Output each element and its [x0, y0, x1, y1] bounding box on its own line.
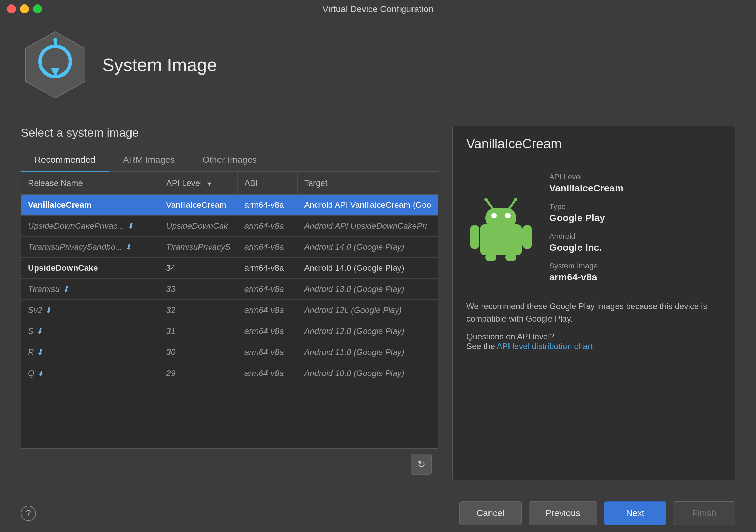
cell-api-level: 32 [159, 300, 237, 321]
cell-release-name: VanillaIceCream [21, 195, 159, 216]
cell-api-level: TiramisuPrivacyS [159, 237, 237, 258]
svg-rect-13 [470, 225, 479, 249]
system-image-table: Release Name API Level ▼ ABI Target [21, 172, 438, 448]
col-header-target: Target [297, 172, 438, 195]
table-row[interactable]: UpsideDownCake34arm64-v8aAndroid 14.0 (G… [21, 258, 438, 279]
type-value: Google Play [549, 213, 623, 224]
svg-rect-15 [485, 254, 496, 261]
cell-api-level: 30 [159, 342, 237, 363]
download-icon[interactable]: ⬇ [37, 369, 43, 378]
cell-api-level: UpsideDownCak [159, 216, 237, 237]
cell-abi: arm64-v8a [238, 321, 297, 342]
col-header-api-level[interactable]: API Level ▼ [159, 172, 237, 195]
cell-target: Android 11.0 (Google Play) [297, 342, 438, 363]
right-panel-header: VanillaIceCream [453, 126, 735, 162]
info-api-level: API Level VanillaIceCream [549, 173, 623, 194]
cell-target: Android 12.0 (Google Play) [297, 321, 438, 342]
table-row[interactable]: TiramisuPrivacySandbo...⬇TiramisuPrivacy… [21, 237, 438, 258]
svg-point-7 [491, 213, 497, 218]
cell-abi: arm64-v8a [238, 363, 297, 384]
right-panel-body: API Level VanillaIceCream Type Google Pl… [453, 162, 735, 480]
cell-abi: arm64-v8a [238, 195, 297, 216]
cell-api-level: 31 [159, 321, 237, 342]
cell-target: Android 14.0 (Google Play) [297, 258, 438, 279]
info-system-image: System Image arm64-v8a [549, 262, 623, 283]
cell-release-name: S⬇ [21, 321, 159, 342]
svg-line-9 [487, 201, 492, 208]
tab-recommended[interactable]: Recommended [21, 149, 109, 172]
system-image-label: System Image [549, 262, 623, 270]
refresh-button[interactable]: ↻ [411, 454, 432, 475]
finish-button[interactable]: Finish [673, 501, 735, 525]
col-header-release-name: Release Name [21, 172, 159, 195]
cell-release-name: UpsideDownCakePrivac...⬇ [21, 216, 159, 237]
cell-abi: arm64-v8a [238, 237, 297, 258]
help-button[interactable]: ? [21, 506, 36, 521]
android-robot-icon [466, 193, 535, 262]
download-icon[interactable]: ⬇ [127, 222, 133, 231]
col-header-abi: ABI [238, 172, 297, 195]
table-row[interactable]: VanillaIceCreamVanillaIceCreamarm64-v8aA… [21, 195, 438, 216]
close-button[interactable] [7, 4, 16, 13]
table-row[interactable]: Tiramisu⬇33arm64-v8aAndroid 13.0 (Google… [21, 279, 438, 300]
page-title: System Image [102, 55, 217, 75]
info-android: Android Google Inc. [549, 232, 623, 253]
svg-point-3 [53, 38, 57, 42]
api-distribution-link[interactable]: API level distribution chart [497, 342, 592, 351]
table-header-row: Release Name API Level ▼ ABI Target [21, 172, 438, 195]
tab-other-images[interactable]: Other Images [189, 149, 271, 172]
cell-release-name: TiramisuPrivacySandbo...⬇ [21, 237, 159, 258]
cell-target: Android 10.0 (Google Play) [297, 363, 438, 384]
android-label: Android [549, 232, 623, 241]
left-panel: Select a system image Recommended ARM Im… [21, 126, 438, 480]
download-icon[interactable]: ⬇ [36, 327, 42, 336]
window-title: Virtual Device Configuration [322, 4, 434, 14]
previous-button[interactable]: Previous [529, 501, 597, 525]
table-row[interactable]: S⬇31arm64-v8aAndroid 12.0 (Google Play) [21, 321, 438, 342]
svg-point-8 [505, 213, 511, 218]
download-icon[interactable]: ⬇ [62, 285, 69, 294]
table-row[interactable]: Q⬇29arm64-v8aAndroid 10.0 (Google Play) [21, 363, 438, 384]
svg-point-10 [484, 198, 488, 201]
download-icon[interactable]: ⬇ [125, 243, 131, 252]
svg-rect-14 [522, 225, 532, 249]
sort-arrow-icon: ▼ [206, 180, 212, 187]
cell-abi: arm64-v8a [238, 279, 297, 300]
table-row[interactable]: Sv2⬇32arm64-v8aAndroid 12L (Google Play) [21, 300, 438, 321]
cell-target: Android API UpsideDownCakePri [297, 216, 438, 237]
tab-arm-images[interactable]: ARM Images [109, 149, 188, 172]
tab-bar: Recommended ARM Images Other Images [21, 149, 438, 172]
maximize-button[interactable] [33, 4, 42, 13]
table-row[interactable]: UpsideDownCakePrivac...⬇UpsideDownCakarm… [21, 216, 438, 237]
cell-abi: arm64-v8a [238, 258, 297, 279]
download-icon[interactable]: ⬇ [37, 348, 43, 357]
download-icon[interactable]: ⬇ [45, 306, 51, 315]
table-row[interactable]: R⬇30arm64-v8aAndroid 11.0 (Google Play) [21, 342, 438, 363]
bottom-bar: ? Cancel Previous Next Finish [0, 494, 756, 532]
cell-release-name: Tiramisu⬇ [21, 279, 159, 300]
cell-target: Android 12L (Google Play) [297, 300, 438, 321]
cell-target: Android API VanillaIceCream (Goo [297, 195, 438, 216]
android-studio-logo [21, 30, 90, 99]
svg-line-11 [510, 201, 515, 208]
type-label: Type [549, 202, 623, 211]
system-image-value: arm64-v8a [549, 272, 623, 283]
cell-target: Android 13.0 (Google Play) [297, 279, 438, 300]
api-level-value: VanillaIceCream [549, 183, 623, 194]
cancel-button[interactable]: Cancel [459, 501, 522, 525]
page-header: System Image [0, 18, 756, 112]
cell-abi: arm64-v8a [238, 300, 297, 321]
selected-image-name: VanillaIceCream [466, 137, 721, 151]
cell-target: Android 14.0 (Google Play) [297, 237, 438, 258]
cell-api-level: 33 [159, 279, 237, 300]
svg-rect-16 [505, 254, 516, 261]
minimize-button[interactable] [20, 4, 29, 13]
table-footer: ↻ [21, 448, 438, 480]
cell-api-level: 29 [159, 363, 237, 384]
cell-api-level: VanillaIceCream [159, 195, 237, 216]
cell-release-name: Sv2⬇ [21, 300, 159, 321]
android-value: Google Inc. [549, 242, 623, 253]
next-button[interactable]: Next [604, 501, 666, 525]
cell-abi: arm64-v8a [238, 216, 297, 237]
cell-api-level: 34 [159, 258, 237, 279]
